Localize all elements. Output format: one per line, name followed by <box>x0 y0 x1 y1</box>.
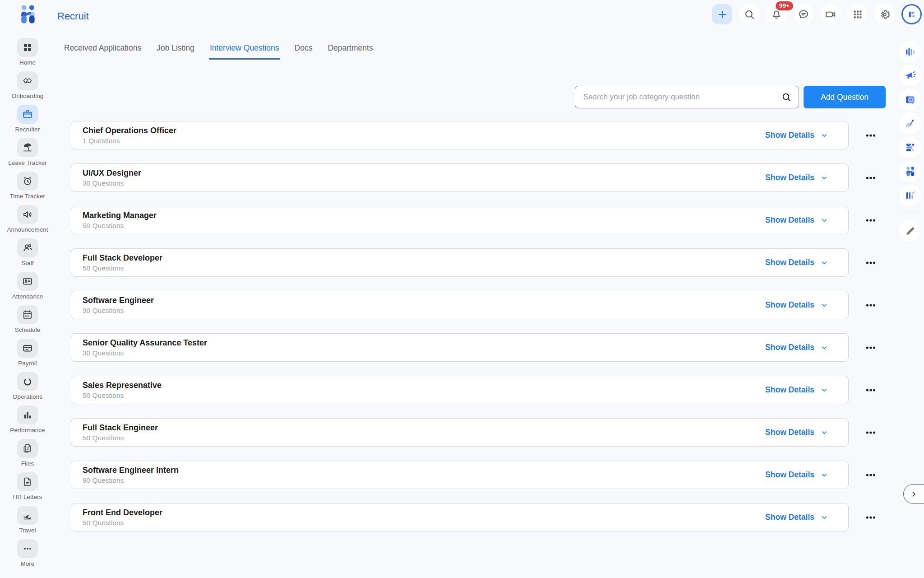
card-menu-button[interactable] <box>861 295 881 315</box>
sidebar-item-schedule[interactable]: Schedule <box>0 305 55 334</box>
sidebar-item-hr-letters[interactable]: HR Letters <box>0 472 55 501</box>
card-title: Sales Represenative <box>83 381 162 390</box>
collapse-panel-button[interactable] <box>903 484 924 504</box>
card-menu-button[interactable] <box>861 508 881 527</box>
recruit-logo <box>19 4 37 25</box>
show-details-button[interactable]: Show Details <box>765 343 828 352</box>
card-menu-button[interactable] <box>861 253 881 273</box>
sidebar-item-announcement[interactable]: Announcement <box>0 205 55 233</box>
chevron-down-icon <box>820 386 828 394</box>
tab-received-applications[interactable]: Received Applications <box>63 40 142 60</box>
chevron-down-icon <box>820 513 828 522</box>
rail-edit-button[interactable] <box>899 220 921 242</box>
calendar-icon <box>17 305 38 324</box>
show-details-label: Show Details <box>765 513 814 522</box>
tab-departments[interactable]: Departments <box>327 40 374 60</box>
sidebar-item-files[interactable]: Files <box>0 439 55 467</box>
show-details-button[interactable]: Show Details <box>765 385 828 395</box>
show-details-button[interactable]: Show Details <box>765 131 828 140</box>
show-details-label: Show Details <box>765 428 814 437</box>
question-category-card: Software Engineer 90 Questions Show Deta… <box>71 291 849 319</box>
show-details-label: Show Details <box>765 215 814 225</box>
card-menu-button[interactable] <box>861 126 881 145</box>
sidebar-item-label: Announcement <box>7 226 48 233</box>
tab-interview-questions[interactable]: Interview Questions <box>209 40 280 60</box>
chevron-down-icon <box>820 131 828 140</box>
card-text: Full Stack Engineer 50 Questions <box>83 423 158 442</box>
card-menu-button[interactable] <box>861 338 881 358</box>
tab-docs[interactable]: Docs <box>294 40 314 60</box>
card-question-count: 90 Questions <box>83 307 154 315</box>
card-menu-button[interactable] <box>861 168 881 188</box>
notifications-button[interactable]: 99+ <box>766 4 786 24</box>
apps-button[interactable] <box>847 4 868 24</box>
card-menu-button[interactable] <box>861 423 881 443</box>
show-details-button[interactable]: Show Details <box>765 173 828 182</box>
card-question-count: 50 Questions <box>83 392 162 400</box>
card-question-count: 30 Questions <box>83 349 207 357</box>
sidebar-item-payroll[interactable]: Payroll <box>0 339 55 367</box>
right-rail <box>897 41 923 242</box>
chat-bot-icon <box>904 93 916 106</box>
search-input[interactable] <box>575 86 799 108</box>
plus-icon <box>716 9 728 20</box>
sidebar-item-time-tracker[interactable]: Time Tracker <box>0 172 55 200</box>
rail-assistant-button[interactable] <box>899 89 921 110</box>
rail-tasks-button[interactable] <box>899 136 921 158</box>
sidebar-item-leave-tracker[interactable]: Leave Tracker <box>0 138 55 167</box>
chat-bubble-icon <box>798 9 809 20</box>
card-question-count: 50 Questions <box>83 222 157 230</box>
question-category-list: Chief Operations Officer 1 Questions Sho… <box>71 121 849 531</box>
show-details-button[interactable]: Show Details <box>765 215 828 225</box>
tab-job-listing[interactable]: Job Listing <box>156 40 195 60</box>
show-details-button[interactable]: Show Details <box>765 258 828 267</box>
settings-button[interactable] <box>874 4 895 24</box>
people-icon <box>17 238 38 257</box>
sidebar-item-operations[interactable]: Operations <box>0 372 55 401</box>
question-category-card: Software Engineer Intern 90 Questions Sh… <box>71 461 849 489</box>
chat-button[interactable] <box>793 4 813 24</box>
sidebar-item-recruiter[interactable]: Recruiter <box>0 105 55 133</box>
search-button[interactable] <box>739 4 759 24</box>
question-category-card: Front End Developer 50 Questions Show De… <box>71 503 849 531</box>
sidebar-item-home[interactable]: Home <box>0 38 55 66</box>
rail-campaign-button[interactable] <box>899 65 921 86</box>
sidebar-item-label: Leave Tracker <box>8 159 47 167</box>
search-icon[interactable] <box>781 92 792 103</box>
add-question-button[interactable]: Add Question <box>804 86 886 108</box>
show-details-button[interactable]: Show Details <box>765 300 828 310</box>
sidebar-item-label: Onboarding <box>12 93 44 100</box>
add-button[interactable] <box>712 4 732 24</box>
show-details-button[interactable]: Show Details <box>765 470 828 480</box>
card-text: UI/UX Designer 30 Questions <box>83 168 141 187</box>
card-text: Senior Quality Assurance Tester 30 Quest… <box>83 338 207 357</box>
more-dots-icon <box>17 539 38 558</box>
sidebar-item-onboarding[interactable]: Onboarding <box>0 71 55 100</box>
show-details-button[interactable]: Show Details <box>765 513 828 522</box>
sidebar-item-travel[interactable]: Travel <box>0 506 55 534</box>
card-menu-button[interactable] <box>861 465 881 485</box>
question-category-card: UI/UX Designer 30 Questions Show Details <box>71 163 849 192</box>
account-button[interactable] <box>901 4 922 24</box>
credit-card-icon <box>17 339 38 358</box>
rail-recruit-button[interactable] <box>899 160 921 182</box>
sidebar-item-label: Payroll <box>18 360 37 367</box>
rail-signature-button[interactable] <box>899 112 921 134</box>
sidebar-item-attendance[interactable]: Attendance <box>0 272 55 300</box>
task-list-icon <box>904 141 916 154</box>
card-menu-button[interactable] <box>861 380 881 400</box>
sidebar-item-performance[interactable]: Performance <box>0 406 55 434</box>
chevron-right-icon <box>910 490 918 499</box>
sidebar-item-more[interactable]: More <box>0 539 55 568</box>
search-box <box>575 86 799 108</box>
chevron-down-icon <box>820 301 828 309</box>
question-category-card: Sales Represenative 50 Questions Show De… <box>71 376 849 404</box>
card-menu-button[interactable] <box>861 210 881 230</box>
sidebar-item-staff[interactable]: Staff <box>0 238 55 267</box>
show-details-button[interactable]: Show Details <box>765 428 828 437</box>
rail-poll-button[interactable] <box>899 184 921 206</box>
video-call-button[interactable] <box>820 4 841 24</box>
rail-analytics-button[interactable] <box>899 41 921 62</box>
show-details-label: Show Details <box>765 385 814 395</box>
sync-circle-icon <box>17 372 38 391</box>
